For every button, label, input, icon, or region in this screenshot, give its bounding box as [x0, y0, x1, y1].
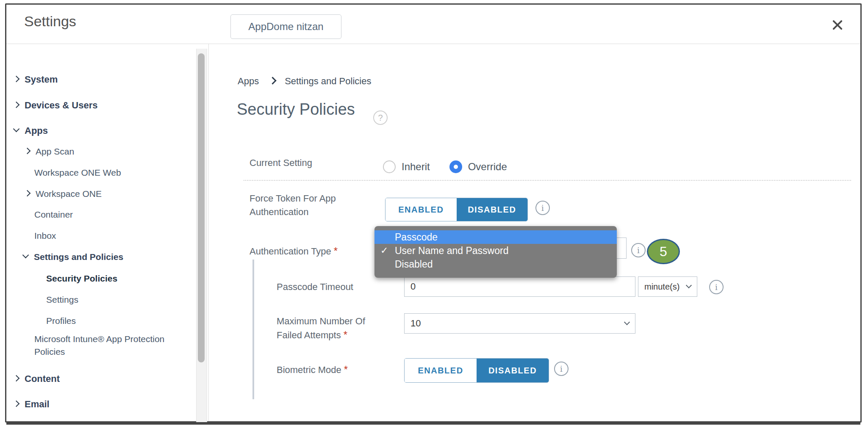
force-token-disabled-option[interactable]: DISABLED [457, 198, 528, 221]
sidebar-item-ms-intune-app-protection[interactable]: Microsoft Intune® App Protection Policie… [34, 333, 166, 359]
required-asterisk: * [334, 245, 338, 257]
sidebar-item-devices-users[interactable]: Devices & Users [14, 99, 97, 113]
chevron-down-icon [13, 126, 20, 133]
sidebar-item-settings-and-policies[interactable]: Settings and Policies [23, 251, 123, 264]
passcode-timeout-info-icon[interactable]: i [709, 280, 724, 294]
max-failed-attempts-label: Maximum Number Of Failed Attempts* [277, 315, 383, 342]
passcode-timeout-unit-select[interactable]: minute(s) [638, 276, 697, 297]
force-token-label: Force Token For App Authentication [250, 192, 364, 219]
inherit-label: Inherit [402, 161, 430, 173]
force-token-info-icon[interactable]: i [535, 201, 550, 215]
close-icon[interactable] [828, 16, 847, 34]
organization-group-label: AppDome nitzan [248, 21, 323, 33]
biometric-enabled-option[interactable]: ENABLED [405, 359, 477, 382]
sidebar-item-workspace-one[interactable]: Workspace ONE [25, 188, 102, 201]
dropdown-option-disabled[interactable]: Disabled [374, 257, 617, 271]
screenshot-stage: Settings AppDome nitzan System Devices &… [0, 0, 868, 431]
breadcrumb-chevron-icon [269, 77, 276, 84]
chevron-right-icon [24, 190, 31, 197]
chevron-right-icon [13, 401, 20, 407]
check-icon: ✓ [380, 244, 388, 257]
breadcrumb: AppsSettings and Policies [238, 76, 371, 87]
authentication-type-label: Authentication Type* [250, 244, 338, 258]
sidebar-item-settings[interactable]: Settings [46, 293, 78, 307]
override-label: Override [468, 161, 507, 173]
chevron-right-icon [13, 375, 20, 382]
help-icon[interactable]: ? [373, 111, 388, 125]
chevron-right-icon [13, 102, 20, 108]
sidebar-item-profiles[interactable]: Profiles [46, 315, 76, 328]
settings-dialog: Settings AppDome nitzan System Devices &… [5, 3, 862, 423]
indent-guide-line [252, 260, 254, 399]
current-setting-radios: Inherit Override [383, 160, 527, 173]
sidebar-item-container[interactable]: Container [34, 208, 73, 222]
section-divider [244, 180, 851, 181]
breadcrumb-apps[interactable]: Apps [238, 76, 259, 86]
chevron-down-icon [624, 319, 630, 325]
biometric-mode-label: Biometric Mode* [277, 363, 348, 377]
max-failed-attempts-select[interactable]: 10 [404, 313, 635, 334]
sidebar-item-content[interactable]: Content [14, 373, 60, 386]
annotation-badge-5: 5 [647, 239, 680, 264]
passcode-timeout-input[interactable] [404, 276, 635, 297]
inherit-radio[interactable] [383, 160, 396, 173]
authentication-type-info-icon[interactable]: i [631, 243, 646, 257]
sidebar-divider [208, 44, 209, 421]
chevron-right-icon [24, 148, 31, 155]
dropdown-option-username-password[interactable]: ✓User Name and Password [374, 244, 617, 257]
biometric-disabled-option[interactable]: DISABLED [477, 359, 549, 382]
organization-group-button[interactable]: AppDome nitzan [230, 14, 341, 39]
sidebar-item-inbox[interactable]: Inbox [34, 229, 56, 243]
sidebar-scrollbar-thumb[interactable] [198, 53, 205, 362]
chevron-down-icon [686, 282, 692, 288]
sidebar-item-apps[interactable]: Apps [14, 124, 48, 138]
force-token-toggle: ENABLED DISABLED [385, 198, 528, 221]
current-setting-label: Current Setting [250, 156, 312, 170]
biometric-mode-info-icon[interactable]: i [554, 362, 568, 376]
biometric-mode-toggle: ENABLED DISABLED [404, 358, 549, 383]
sidebar-item-security-policies[interactable]: Security Policies [46, 272, 117, 286]
chevron-right-icon [13, 76, 20, 83]
force-token-enabled-option[interactable]: ENABLED [385, 198, 457, 221]
override-radio[interactable] [449, 160, 462, 173]
passcode-timeout-label: Passcode Timeout [277, 280, 353, 294]
authentication-type-dropdown: Passcode ✓User Name and Password Disable… [374, 226, 617, 278]
breadcrumb-settings-policies[interactable]: Settings and Policies [285, 76, 371, 86]
sidebar-item-workspace-one-web[interactable]: Workspace ONE Web [34, 166, 121, 180]
required-asterisk: * [344, 364, 348, 375]
sidebar-item-system[interactable]: System [14, 73, 58, 87]
dialog-title: Settings [24, 13, 76, 30]
chevron-down-icon [22, 252, 29, 259]
sidebar-item-app-scan[interactable]: App Scan [25, 145, 74, 159]
required-asterisk: * [344, 329, 347, 340]
dropdown-option-passcode[interactable]: Passcode [374, 230, 617, 244]
page-title: Security Policies [237, 100, 355, 119]
dialog-header: Settings AppDome nitzan [6, 5, 860, 44]
sidebar-item-email[interactable]: Email [14, 398, 50, 412]
